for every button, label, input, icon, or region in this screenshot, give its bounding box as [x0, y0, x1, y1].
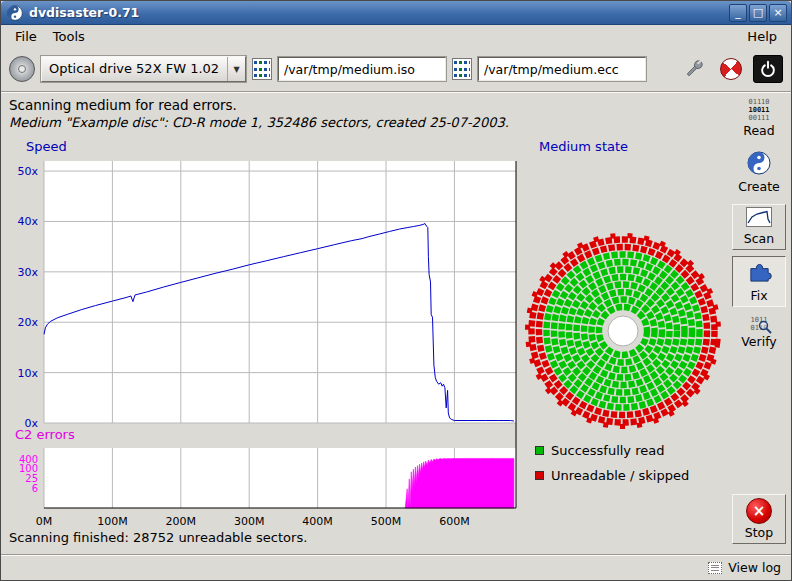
read-binary-icon: 01110 10011 00111: [733, 98, 785, 122]
legend-successfully-read: Successfully read: [535, 443, 664, 458]
create-button[interactable]: Create: [732, 148, 786, 198]
svg-text:400M: 400M: [302, 515, 333, 528]
close-button[interactable]: ×: [769, 4, 787, 22]
status-header: Scanning medium for read errors. Medium …: [1, 93, 791, 137]
titlebar[interactable]: dvdisaster-0.71 _ □ ×: [1, 1, 791, 25]
minimize-button[interactable]: _: [729, 4, 747, 22]
stop-label: Stop: [733, 525, 785, 540]
fix-button[interactable]: Fix: [732, 256, 786, 307]
read-button[interactable]: 01110 10011 00111 Read: [732, 95, 786, 142]
puzzle-icon: [747, 259, 772, 284]
yin-yang-icon: [747, 151, 771, 175]
scan-chart-icon: [746, 207, 772, 227]
verify-label: Verify: [733, 334, 785, 349]
svg-text:600M: 600M: [439, 515, 470, 528]
verify-button[interactable]: 1011 0110 Verify: [732, 313, 786, 353]
magnifier-icon: [758, 320, 773, 335]
app-yin-yang-icon: [7, 5, 23, 21]
c2-errors-label: C2 errors: [15, 427, 75, 442]
svg-text:200M: 200M: [166, 515, 197, 528]
action-sidebar: 01110 10011 00111 Read Create Scan: [730, 95, 788, 552]
svg-text:500M: 500M: [371, 515, 402, 528]
wrench-icon: [682, 57, 706, 81]
cd-drive-icon: [9, 56, 35, 82]
red-swatch-icon: [535, 471, 544, 480]
maximize-button[interactable]: □: [749, 4, 767, 22]
iso-file-icon: [252, 58, 272, 80]
statusbar: View log: [1, 554, 791, 580]
speed-chart-label: Speed: [26, 139, 67, 154]
toolbar: Optical drive 52X FW 1.02 ▼: [1, 47, 791, 91]
legend-unreadable: Unreadable / skipped: [535, 468, 689, 483]
main-content: 0x10x20x30x40x50x0M100M200M300M400M500M6…: [1, 137, 791, 554]
svg-text:10x: 10x: [17, 367, 38, 380]
scan-label: Scan: [733, 231, 785, 246]
dvdisaster-logo-icon: [720, 58, 742, 80]
drive-selector-value: Optical drive 52X FW 1.02: [42, 57, 227, 81]
svg-text:30x: 30x: [17, 266, 38, 279]
green-swatch-icon: [535, 446, 544, 455]
svg-text:0M: 0M: [36, 515, 53, 528]
iso-path-input[interactable]: [278, 57, 446, 81]
svg-text:100M: 100M: [97, 515, 128, 528]
medium-state-disc: [523, 231, 723, 431]
create-label: Create: [733, 179, 785, 194]
menu-tools[interactable]: Tools: [45, 27, 93, 46]
svg-text:20x: 20x: [17, 316, 38, 329]
quit-button[interactable]: [753, 55, 783, 83]
status-line-1: Scanning medium for read errors.: [9, 97, 791, 113]
log-icon: [708, 562, 722, 574]
menubar: File Tools Help: [1, 25, 791, 47]
view-log-label: View log: [728, 560, 781, 575]
svg-text:40x: 40x: [17, 215, 38, 228]
fix-label: Fix: [733, 288, 785, 303]
svg-text:300M: 300M: [234, 515, 265, 528]
view-log-button[interactable]: View log: [708, 560, 781, 575]
scan-button[interactable]: Scan: [732, 204, 786, 250]
power-icon: [758, 59, 778, 79]
menu-help[interactable]: Help: [739, 27, 785, 46]
read-label: Read: [733, 123, 785, 138]
menu-file[interactable]: File: [7, 27, 45, 46]
status-line-2: Medium "Example disc": CD-R mode 1, 3524…: [9, 115, 791, 130]
ecc-file-icon: [452, 58, 472, 80]
drive-selector[interactable]: Optical drive 52X FW 1.02 ▼: [41, 56, 246, 82]
stop-button[interactable]: × Stop: [732, 494, 786, 544]
window-title: dvdisaster-0.71: [29, 5, 729, 20]
scan-result-text: Scanning finished: 28752 unreadable sect…: [9, 530, 307, 545]
chevron-down-icon[interactable]: ▼: [227, 57, 245, 81]
app-window: dvdisaster-0.71 _ □ × File Tools Help Op…: [0, 0, 792, 581]
about-button[interactable]: [716, 55, 746, 83]
svg-text:6: 6: [32, 483, 38, 494]
stop-icon: ×: [746, 498, 772, 524]
ecc-path-input[interactable]: [478, 57, 646, 81]
svg-text:50x: 50x: [17, 165, 38, 178]
preferences-button[interactable]: [679, 55, 709, 83]
medium-state-label: Medium state: [539, 139, 628, 154]
